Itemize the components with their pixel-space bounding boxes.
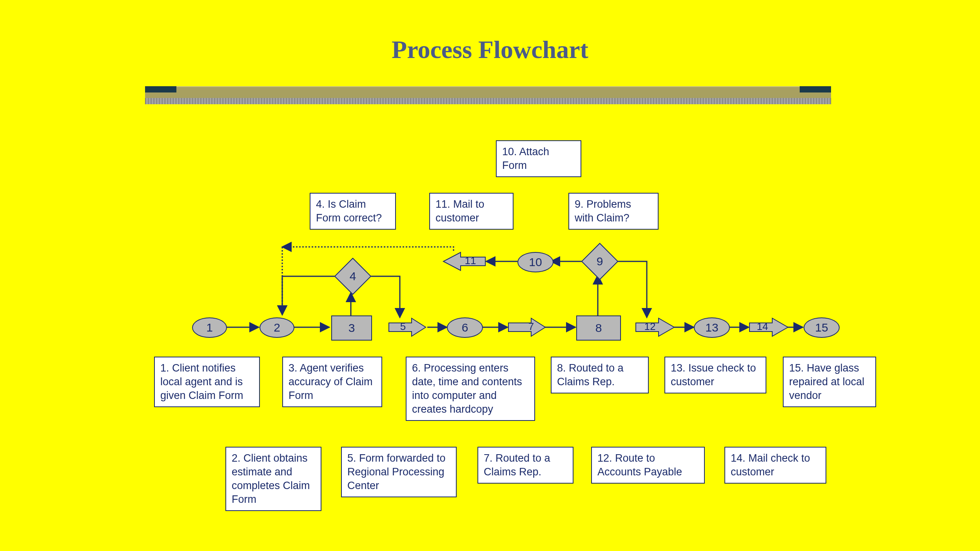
- svg-text:5: 5: [400, 321, 406, 332]
- label-8: 8. Routed to a Claims Rep.: [551, 357, 649, 393]
- label-1: 1. Client notifies local agent and is gi…: [154, 357, 260, 407]
- node-13: 13: [694, 317, 730, 338]
- label-10: 10. Attach Form: [496, 140, 581, 177]
- label-14: 14. Mail check to customer: [724, 447, 826, 484]
- svg-text:7: 7: [528, 321, 534, 332]
- node-4: 4: [335, 259, 370, 294]
- svg-text:14: 14: [757, 321, 768, 332]
- label-7: 7. Routed to a Claims Rep.: [477, 447, 573, 484]
- node-9: 9: [582, 244, 617, 279]
- label-5: 5. Form forwarded to Regional Processing…: [341, 447, 457, 497]
- flowchart: 1 2 3 4 5 6 7 8 9 10 11 12 13: [0, 0, 980, 551]
- label-15: 15. Have glass repaired at local vendor: [783, 357, 876, 407]
- svg-text:11: 11: [465, 255, 476, 266]
- node-8: 8: [576, 315, 621, 341]
- label-4: 4. Is Claim Form correct?: [310, 193, 396, 230]
- node-5: 5: [388, 317, 427, 338]
- node-14: 14: [749, 317, 790, 338]
- node-6: 6: [447, 317, 483, 338]
- svg-text:12: 12: [644, 321, 656, 332]
- label-3: 3. Agent verifies accuracy of Claim Form: [282, 357, 382, 407]
- label-12: 12. Route to Accounts Payable: [591, 447, 705, 484]
- label-2: 2. Client obtains estimate and completes…: [225, 447, 321, 511]
- label-9: 9. Problems with Claim?: [568, 193, 659, 230]
- label-13: 13. Issue check to customer: [664, 357, 766, 393]
- label-6: 6. Processing enters date, time and cont…: [406, 357, 535, 421]
- node-7: 7: [508, 317, 547, 338]
- node-11: 11: [441, 251, 486, 272]
- node-1: 1: [192, 317, 227, 338]
- node-3: 3: [331, 315, 372, 341]
- node-2: 2: [260, 317, 294, 338]
- node-15: 15: [804, 317, 840, 338]
- label-11: 11. Mail to customer: [429, 193, 514, 230]
- node-12: 12: [635, 317, 676, 338]
- node-10: 10: [517, 252, 554, 272]
